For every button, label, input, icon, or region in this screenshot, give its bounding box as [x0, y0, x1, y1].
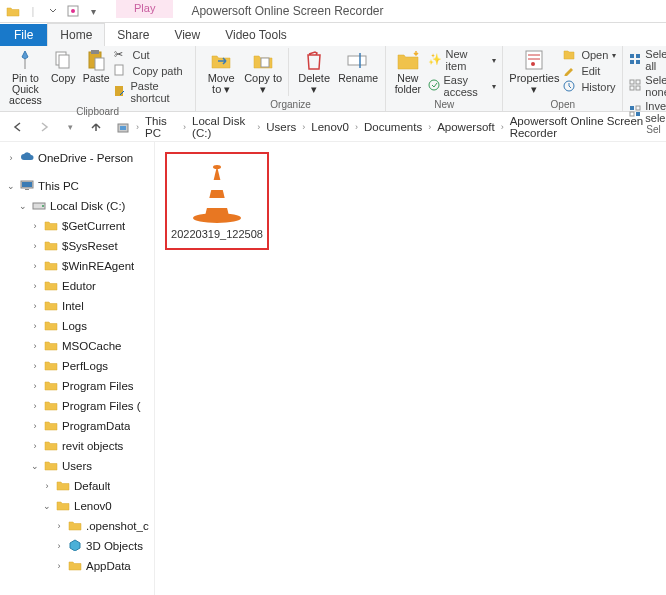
tab-video-tools[interactable]: Video Tools: [213, 24, 299, 46]
svg-point-13: [429, 80, 439, 90]
properties-button[interactable]: Properties ▾: [509, 48, 559, 95]
qat-dropdown-icon[interactable]: [44, 2, 62, 20]
tree-folder-6[interactable]: ›MSOCache: [0, 336, 154, 356]
crumb-2[interactable]: Users: [262, 119, 300, 135]
tree-folder-0[interactable]: ›$GetCurrent: [0, 216, 154, 236]
tree-folder-3[interactable]: ›Edutor: [0, 276, 154, 296]
svg-point-37: [213, 165, 221, 169]
svg-point-35: [42, 205, 44, 207]
crumb-1[interactable]: Local Disk (C:): [188, 113, 255, 141]
file-item-video[interactable]: 20220319_122508: [165, 152, 269, 250]
tree-folder-2[interactable]: ›$WinREAgent: [0, 256, 154, 276]
back-button[interactable]: [8, 117, 28, 137]
new-group-label: New: [392, 99, 496, 111]
crumb-4[interactable]: Documents: [360, 119, 426, 135]
crumb-6[interactable]: Apowersoft Online Screen Recorder: [506, 113, 658, 141]
file-pane[interactable]: 20220319_122508: [155, 142, 666, 595]
file-label: 20220319_122508: [171, 228, 263, 240]
cut-label: Cut: [132, 49, 149, 61]
history-button[interactable]: History: [563, 80, 616, 94]
svg-rect-10: [261, 58, 269, 67]
tree-this-pc[interactable]: ⌄This PC: [0, 176, 154, 196]
svg-rect-21: [630, 80, 634, 84]
tree-local-disk[interactable]: ⌄Local Disk (C:): [0, 196, 154, 216]
tree-folder-7[interactable]: ›PerfLogs: [0, 356, 154, 376]
titlebar: | ▾ Play Apowersoft Online Screen Record…: [0, 0, 666, 23]
up-button[interactable]: [86, 117, 106, 137]
moveto-icon: [209, 48, 233, 72]
crumb-root-icon[interactable]: [112, 118, 134, 136]
context-tab-header: Play: [116, 0, 173, 18]
folder-icon: [44, 359, 58, 373]
crumb-3[interactable]: Lenov0: [307, 119, 353, 135]
tab-home[interactable]: Home: [47, 23, 105, 46]
crumb-0[interactable]: This PC: [141, 113, 181, 141]
new-folder-button[interactable]: New folder: [392, 48, 423, 95]
qat-overflow-icon[interactable]: ▾: [84, 2, 102, 20]
rename-button[interactable]: Rename: [337, 48, 379, 84]
pc-icon: [20, 179, 34, 193]
main-area: ›OneDrive - Person ⌄This PC ⌄Local Disk …: [0, 142, 666, 595]
svg-rect-22: [636, 80, 640, 84]
svg-rect-30: [120, 126, 126, 130]
tree-folder-12[interactable]: ⌄Users: [0, 456, 154, 476]
tree-default[interactable]: ›Default: [0, 476, 154, 496]
properties-icon: [522, 48, 546, 72]
tree-3d-objects[interactable]: ›3D Objects: [0, 536, 154, 556]
tree-onedrive[interactable]: ›OneDrive - Person: [0, 148, 154, 168]
breadcrumbs[interactable]: › This PC› Local Disk (C:)› Users› Lenov…: [112, 113, 658, 141]
tree-folder-9[interactable]: ›Program Files (: [0, 396, 154, 416]
forward-button[interactable]: [34, 117, 54, 137]
tree-folder-4[interactable]: ›Intel: [0, 296, 154, 316]
svg-rect-7: [95, 58, 104, 70]
tree-folder-8[interactable]: ›Program Files: [0, 376, 154, 396]
paste-button[interactable]: Paste: [82, 48, 111, 84]
copy-to-button[interactable]: Copy to ▾: [244, 48, 282, 95]
tree-lenov0[interactable]: ⌄Lenov0: [0, 496, 154, 516]
svg-rect-25: [630, 106, 634, 110]
new-item-button[interactable]: ✨New item ▾: [428, 48, 497, 72]
tree-folder-10[interactable]: ›ProgramData: [0, 416, 154, 436]
tab-file[interactable]: File: [0, 24, 47, 46]
crumb-5[interactable]: Apowersoft: [433, 119, 499, 135]
move-to-button[interactable]: Move to ▾: [202, 48, 240, 95]
cloud-icon: [20, 151, 34, 165]
tree-folder-1[interactable]: ›$SysReset: [0, 236, 154, 256]
pin-to-quick-access-button[interactable]: Pin to Quick access: [6, 48, 45, 106]
select-none-button[interactable]: Select none: [629, 74, 666, 98]
easy-access-button[interactable]: Easy access ▾: [428, 74, 497, 98]
open-label: Open: [581, 49, 608, 61]
copy-label: Copy: [51, 73, 76, 84]
tree-appdata[interactable]: ›AppData: [0, 556, 154, 576]
tab-view[interactable]: View: [162, 24, 213, 46]
svg-rect-18: [636, 54, 640, 58]
select-all-button[interactable]: Select all: [629, 48, 666, 72]
cut-button[interactable]: ✂Cut: [114, 48, 189, 62]
folder-icon: [44, 339, 58, 353]
edit-button[interactable]: Edit: [563, 64, 616, 78]
copy-button[interactable]: Copy: [49, 48, 78, 84]
copy-path-button[interactable]: Copy path: [114, 64, 189, 78]
newfolder-label: New folder: [392, 73, 423, 95]
nav-tree[interactable]: ›OneDrive - Person ⌄This PC ⌄Local Disk …: [0, 142, 155, 595]
paste-shortcut-button[interactable]: Paste shortcut: [114, 80, 189, 104]
folder-icon[interactable]: [4, 2, 22, 20]
delete-button[interactable]: Delete ▾: [295, 48, 333, 95]
tree-folder-11[interactable]: ›revit objects: [0, 436, 154, 456]
qat-props-icon[interactable]: [64, 2, 82, 20]
open-button[interactable]: Open ▾: [563, 48, 616, 62]
tree-openshot[interactable]: ›.openshot_c: [0, 516, 154, 536]
copypath-icon: [114, 64, 128, 78]
tree-folder-5[interactable]: ›Logs: [0, 316, 154, 336]
vlc-cone-icon: [185, 160, 249, 224]
newitem-icon: ✨: [428, 53, 442, 67]
delete-label: Delete ▾: [295, 73, 333, 95]
svg-rect-20: [636, 60, 640, 64]
recent-dropdown[interactable]: ▾: [60, 117, 80, 137]
ribbon-group-new: New folder ✨New item ▾ Easy access ▾ New: [386, 46, 503, 111]
selectnone-icon: [629, 79, 641, 93]
edit-label: Edit: [581, 65, 600, 77]
folder-icon: [44, 279, 58, 293]
tab-share[interactable]: Share: [105, 24, 162, 46]
folder-icon: [44, 379, 58, 393]
